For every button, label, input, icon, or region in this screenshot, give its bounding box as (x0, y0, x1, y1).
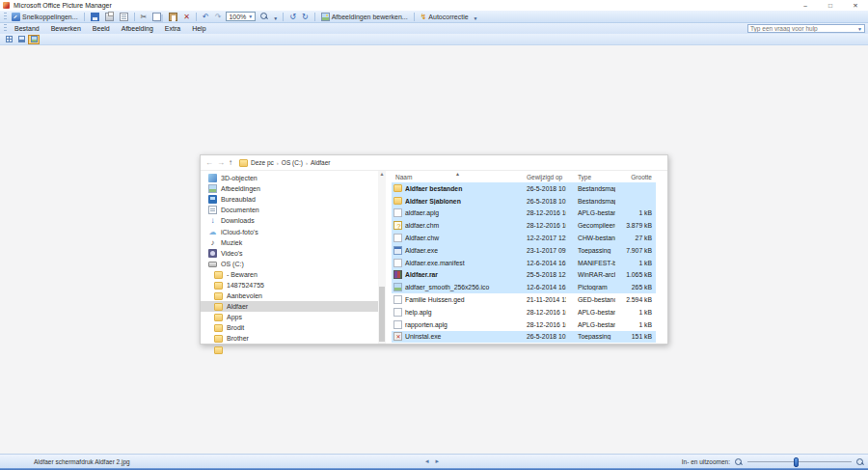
breadcrumb-segment-deze-pc[interactable]: Deze pc (251, 159, 274, 166)
tree-item-label: Brodit (227, 324, 244, 331)
toolbar-separator (134, 13, 135, 21)
tree-item-documenten[interactable]: Documenten (201, 205, 386, 215)
file-row-aldfaer-exe[interactable]: Aldfaer.exe23-1-2017 09:33Toepassing7.90… (392, 244, 656, 257)
file-row-rapporten-aplg[interactable]: rapporten.aplg28-12-2016 10:15APLG-besta… (392, 318, 656, 331)
column-header-name[interactable]: Naam (392, 174, 515, 180)
file-row-uninstal-exe[interactable]: Uninstal.exe26-5-2018 10:36Toepassing151… (392, 331, 656, 344)
file-row-aldfaer-rar[interactable]: Aldfaer.rar25-5-2018 12:19WinRAR-archief… (392, 269, 656, 282)
scrollbar-thumb[interactable] (379, 287, 385, 342)
folder-icon (214, 303, 223, 311)
undo-button[interactable]: ↶ (200, 12, 212, 22)
zoom-slider[interactable] (747, 461, 852, 462)
tree-item-brother[interactable]: Brother (201, 333, 386, 344)
column-header-date[interactable]: Gewijzigd op (515, 174, 566, 180)
toolbar-separator (84, 13, 85, 21)
edit-pictures-button[interactable]: Afbeeldingen bewerken... (318, 12, 411, 22)
menu-extra[interactable]: Extra (159, 23, 186, 34)
tree-item-os-c[interactable]: OS (C:) (201, 259, 386, 269)
tree-item-bureaublad[interactable]: Bureaublad (201, 194, 386, 205)
copy-button[interactable] (149, 12, 166, 22)
tree-item-brodit[interactable]: Brodit (201, 322, 386, 333)
thumbnail-view-button[interactable] (3, 35, 14, 44)
file-name: Aldfaer.chw (405, 235, 439, 241)
breadcrumb[interactable]: Deze pc›OS (C:)›Aldfaer (236, 157, 663, 169)
cloud-icon: ☁ (208, 228, 217, 236)
redo-button[interactable]: ↷ (212, 12, 225, 22)
print-button[interactable] (102, 12, 117, 22)
zoom-slider-thumb[interactable] (794, 457, 799, 467)
menu-bestand[interactable]: Bestand (9, 23, 45, 34)
file-row-familie-huissen-ged[interactable]: Familie Huissen.ged21-11-2014 11:11GED-b… (392, 293, 656, 306)
menu-beeld[interactable]: Beeld (87, 23, 116, 34)
shortcuts-button[interactable]: Snelkoppelingen... (9, 12, 81, 22)
chm-file-icon (393, 221, 402, 230)
up-button[interactable]: ↑ (229, 158, 232, 168)
folder-file-icon (393, 197, 402, 205)
print-preview-button[interactable] (117, 12, 131, 22)
delete-button[interactable]: ✕ (180, 12, 193, 22)
next-picture-button[interactable]: ▸ (436, 457, 440, 465)
tree-item-afbeeldingen[interactable]: Afbeeldingen (201, 183, 386, 194)
tree-item-item[interactable] (201, 345, 386, 355)
tree-item-muziek[interactable]: ♪Muziek (201, 237, 386, 248)
paste-button[interactable] (166, 12, 180, 22)
rotate-right-button[interactable]: ↻ (299, 12, 312, 22)
statusbar: Aldfaer schermafdruk Aldfaer 2.jpg ◂ ▸ I… (0, 454, 868, 468)
file-type: Toepassing (566, 333, 615, 340)
menu-help[interactable]: Help (186, 23, 211, 34)
menu-bewerken[interactable]: Bewerken (45, 23, 87, 34)
minimize-button[interactable]: – (793, 0, 818, 11)
column-header-size[interactable]: Grootte (615, 174, 654, 180)
file-row-aldfaer-exe-manifest[interactable]: Aldfaer.exe.manifest12-6-2014 16:44MANIF… (392, 257, 656, 269)
file-type: APLG-bestand (566, 321, 615, 328)
tree-item-aanbevolen[interactable]: Aanbevolen (201, 290, 386, 301)
tree-item-video-s[interactable]: Video's (201, 248, 386, 259)
tree-item-1487524755[interactable]: 1487524755 (201, 280, 386, 290)
tree-item-3d-objecten[interactable]: 3D-objecten (201, 173, 386, 183)
tree-item-label: OS (C:) (221, 261, 244, 267)
tree-scrollbar[interactable]: ▲ (378, 171, 386, 344)
file-row-aldfaer-bestanden[interactable]: Aldfaer bestanden26-5-2018 10:36Bestands… (392, 182, 656, 195)
help-question-input[interactable] (750, 25, 857, 32)
zoom-tool-button[interactable] (258, 12, 271, 22)
maximize-button[interactable]: □ (818, 0, 843, 11)
file-row-aldfaer-chm[interactable]: aldfaer.chm28-12-2016 10:14Gecompileerd … (392, 219, 656, 232)
file-date: 28-12-2016 10:14 (515, 309, 566, 316)
tree-item-apps[interactable]: Apps (201, 312, 386, 322)
zoom-out-icon[interactable] (735, 458, 743, 466)
tree-item-aldfaer[interactable]: Aldfaer (201, 301, 386, 312)
rar-file-icon (393, 270, 402, 279)
filmstrip-view-button[interactable] (15, 35, 27, 44)
help-question-box[interactable]: ▼ (747, 24, 865, 33)
file-row-aldfaer-smooth-256x256-ico[interactable]: aldfaer_smooth_256x256.ico12-6-2014 16:4… (392, 281, 656, 293)
breadcrumb-segment-os-c[interactable]: OS (C:) (282, 159, 303, 166)
save-button[interactable] (88, 12, 102, 22)
single-picture-view-button[interactable] (28, 35, 40, 44)
back-button[interactable]: ← (205, 158, 213, 168)
close-button[interactable]: ✕ (843, 0, 868, 11)
breadcrumb-segment-aldfaer[interactable]: Aldfaer (311, 159, 331, 166)
tree-item-bewaren[interactable]: - Bewaren (201, 269, 386, 280)
file-row-aldfaer-sjablonen[interactable]: Aldfaer Sjablonen26-5-2018 10:36Bestands… (392, 195, 656, 207)
file-row-aldfaer-chw[interactable]: Aldfaer.chw12-2-2017 12:40CHW-bestand27 … (392, 232, 656, 244)
tree-item-downloads[interactable]: ↓Downloads (201, 215, 386, 226)
zoom-level-select[interactable]: 100% ▼ (226, 12, 256, 21)
forward-button[interactable]: → (217, 158, 225, 168)
cut-button[interactable]: ✂ (138, 12, 150, 22)
file-name-cell: aldfaer_smooth_256x256.ico (392, 283, 515, 291)
tree-item-label: Bureaublad (221, 196, 256, 203)
rotate-left-button[interactable]: ↺ (286, 12, 299, 22)
autocorrect-button[interactable]: ↯ Autocorrectie (418, 12, 472, 22)
zoom-in-icon[interactable] (856, 458, 864, 466)
column-header-type[interactable]: Type (566, 174, 615, 180)
menu-afbeelding[interactable]: Afbeelding (116, 23, 159, 34)
file-row-help-aplg[interactable]: help.aplg28-12-2016 10:14APLG-bestand1 k… (392, 306, 656, 318)
previous-picture-button[interactable]: ◂ (425, 457, 429, 465)
toolbar-overflow-icon[interactable]: ▼ (474, 15, 478, 22)
file-date: 28-12-2016 10:14 (515, 222, 566, 229)
toolbar-grip (4, 13, 7, 21)
tree-item-icloud-foto-s[interactable]: ☁iCloud-foto's (201, 226, 386, 236)
toolbar-overflow-icon[interactable]: ▼ (273, 15, 278, 22)
scroll-up-icon[interactable]: ▲ (378, 171, 386, 178)
file-row-aldfaer-aplg[interactable]: aldfaer.aplg28-12-2016 10:14APLG-bestand… (392, 207, 656, 220)
